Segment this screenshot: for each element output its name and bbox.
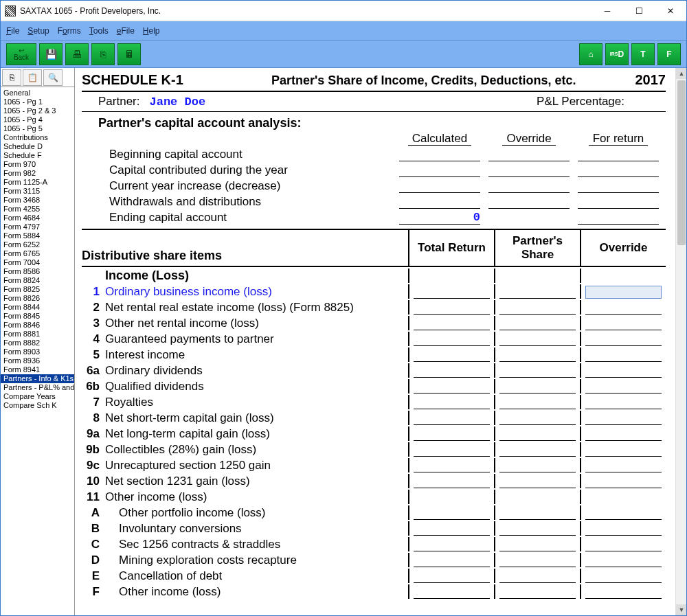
line-9a-total[interactable] xyxy=(414,428,490,441)
line-11a-override[interactable] xyxy=(585,507,662,520)
line-2-override[interactable] xyxy=(585,301,662,315)
cap-beginning-override[interactable] xyxy=(488,148,570,161)
menu-help[interactable]: Help xyxy=(143,26,160,36)
sidebar-item[interactable]: Form 4684 xyxy=(1,214,74,223)
line-11e-override[interactable] xyxy=(585,570,662,583)
line-9b-total[interactable] xyxy=(414,444,490,457)
line-11c-share[interactable] xyxy=(499,538,576,551)
sidebar-item[interactable]: Form 982 xyxy=(1,169,74,178)
line-11d-override[interactable] xyxy=(585,554,662,567)
line-9c-share[interactable] xyxy=(499,459,576,472)
sidebar-item[interactable]: Form 8845 xyxy=(1,312,74,321)
line-4-override[interactable] xyxy=(585,333,662,346)
line-6b-share[interactable] xyxy=(499,380,576,393)
line-10-override[interactable] xyxy=(585,475,662,488)
sidebar-item[interactable]: Schedule F xyxy=(1,151,74,160)
sidebar-item[interactable]: Form 8844 xyxy=(1,303,74,312)
sidebar-item[interactable]: Partners - Info & K1s xyxy=(1,374,74,383)
menu-file[interactable]: File xyxy=(6,26,19,36)
cap-increase-override[interactable] xyxy=(488,179,570,193)
sidebar-item[interactable]: Contributions xyxy=(1,133,74,142)
line-11f-total[interactable] xyxy=(414,586,490,599)
line-5-override[interactable] xyxy=(585,349,662,362)
scroll-down-icon[interactable]: ▼ xyxy=(676,604,686,615)
irs-f-button[interactable]: F xyxy=(657,43,681,65)
line-5-share[interactable] xyxy=(499,349,576,362)
line-11b-total[interactable] xyxy=(414,523,490,536)
line-9b-override[interactable] xyxy=(585,444,662,457)
sidebar-item[interactable]: Form 8846 xyxy=(1,321,74,330)
line-3-override[interactable] xyxy=(585,317,662,330)
back-button[interactable]: ↩Back xyxy=(6,43,36,65)
line-11f-override[interactable] xyxy=(585,586,662,599)
line-9c-override[interactable] xyxy=(585,459,662,472)
sidebar-item[interactable]: Form 8881 xyxy=(1,330,74,339)
sidebar-item[interactable]: Form 8825 xyxy=(1,285,74,294)
line-3-share[interactable] xyxy=(499,317,576,330)
sidebar-item[interactable]: 1065 - Pg 2 & 3 xyxy=(1,106,74,115)
sidebar-item[interactable]: Form 1125-A xyxy=(1,178,74,187)
cap-contributed-calc[interactable] xyxy=(399,163,480,177)
line-9a-override[interactable] xyxy=(585,428,662,441)
cap-beginning-return[interactable] xyxy=(578,148,659,161)
line-11d-share[interactable] xyxy=(499,554,576,567)
line-4-share[interactable] xyxy=(499,333,576,346)
sidebar-item[interactable]: General xyxy=(1,89,74,98)
line-11a-share[interactable] xyxy=(499,507,576,520)
line-11b-share[interactable] xyxy=(499,523,576,536)
line-8-total[interactable] xyxy=(414,412,490,425)
cap-withdrawals-return[interactable] xyxy=(578,195,659,209)
sidebar-item[interactable]: Form 5884 xyxy=(1,231,74,240)
line-7-total[interactable] xyxy=(414,396,490,409)
print-button[interactable]: 🖶 xyxy=(65,43,89,65)
sidebar-item[interactable]: Form 8941 xyxy=(1,365,74,374)
sidebar-item[interactable]: Form 6765 xyxy=(1,249,74,258)
sidebar-item[interactable]: Form 4797 xyxy=(1,223,74,231)
line-11e-total[interactable] xyxy=(414,570,490,583)
vertical-scrollbar[interactable]: ▲ ▼ xyxy=(675,68,686,615)
line-6a-total[interactable] xyxy=(414,365,490,378)
sidebar-item[interactable]: 1065 - Pg 5 xyxy=(1,124,74,133)
line-11f-share[interactable] xyxy=(499,586,576,599)
cap-beginning-calc[interactable] xyxy=(399,148,480,161)
cap-ending-return[interactable] xyxy=(578,211,659,225)
sidebar-item[interactable]: Form 970 xyxy=(1,160,74,169)
line-2-total[interactable] xyxy=(414,301,490,315)
line-7-override[interactable] xyxy=(585,396,662,409)
sidebar-item[interactable]: Schedule D xyxy=(1,142,74,151)
sidebar-item[interactable]: Form 6252 xyxy=(1,240,74,249)
line-11a-total[interactable] xyxy=(414,507,490,520)
menu-tools[interactable]: Tools xyxy=(89,26,109,36)
minimize-button[interactable]: ─ xyxy=(592,1,623,21)
line-6b-override[interactable] xyxy=(585,380,662,393)
sidebar-item[interactable]: Form 8903 xyxy=(1,347,74,356)
menu-forms[interactable]: Forms xyxy=(58,26,81,36)
line-11e-share[interactable] xyxy=(499,570,576,583)
cap-ending-calc[interactable]: 0 xyxy=(399,211,480,225)
line-10-share[interactable] xyxy=(499,475,576,488)
line-9b-share[interactable] xyxy=(499,444,576,457)
sidebar-item[interactable]: Form 7004 xyxy=(1,258,74,267)
sidebar-item[interactable]: Form 8882 xyxy=(1,339,74,347)
form-list[interactable]: General1065 - Pg 11065 - Pg 2 & 31065 - … xyxy=(1,87,74,615)
line-5-total[interactable] xyxy=(414,349,490,362)
line-1-share[interactable] xyxy=(499,286,576,299)
cap-increase-calc[interactable] xyxy=(399,179,480,193)
sidebar-item[interactable]: Form 4255 xyxy=(1,205,74,214)
line-8-share[interactable] xyxy=(499,412,576,425)
sidebar-item[interactable]: Form 3468 xyxy=(1,196,74,205)
sidebar-item[interactable]: Compare Sch K xyxy=(1,401,74,410)
line-1-override[interactable] xyxy=(585,286,662,299)
line-1-total[interactable] xyxy=(414,286,490,299)
irs-d-button[interactable]: IRSD xyxy=(605,43,629,65)
line-3-total[interactable] xyxy=(414,317,490,330)
sidebar-item[interactable]: Form 8586 xyxy=(1,267,74,276)
scroll-up-icon[interactable]: ▲ xyxy=(676,68,686,79)
line-7-share[interactable] xyxy=(499,396,576,409)
sidebar-item[interactable]: Form 8826 xyxy=(1,294,74,303)
line-4-total[interactable] xyxy=(414,333,490,346)
line-2-share[interactable] xyxy=(499,301,576,315)
line-11c-total[interactable] xyxy=(414,538,490,551)
line-11b-override[interactable] xyxy=(585,523,662,536)
cap-withdrawals-override[interactable] xyxy=(488,195,570,209)
